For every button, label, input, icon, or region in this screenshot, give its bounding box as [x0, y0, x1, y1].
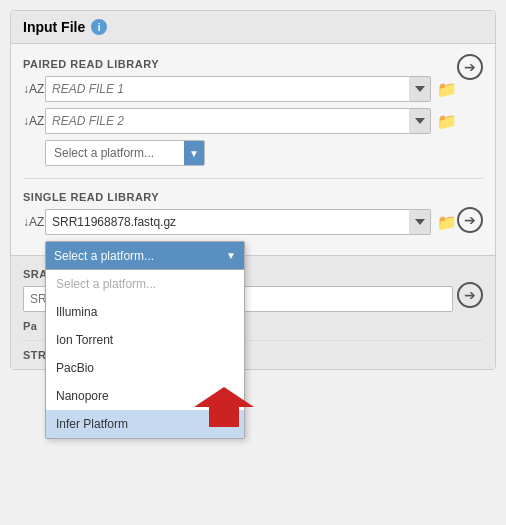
- read-file-1-dropdown-btn[interactable]: [409, 76, 431, 102]
- platform-option-illumina[interactable]: Illumina: [46, 298, 244, 326]
- read-file-2-input[interactable]: [45, 108, 409, 134]
- single-read-label: SINGLE READ LIBRARY: [23, 191, 457, 203]
- single-read-section: SINGLE READ LIBRARY ↓AZ 📁: [23, 187, 457, 241]
- chevron-down-icon-2: [415, 116, 425, 126]
- input-file-panel: Input File i PAIRED READ LIBRARY ↓AZ 📁: [10, 10, 496, 370]
- platform-dropdown-header[interactable]: Select a platform... ▼: [46, 242, 244, 270]
- platform-dropdown-header-text: Select a platform...: [54, 249, 222, 263]
- svg-marker-3: [194, 387, 254, 427]
- sort-icon-3: ↓AZ: [23, 215, 41, 229]
- paired-read-nav-icon[interactable]: ➔: [457, 54, 483, 80]
- platform-dropdown-header-arrow: ▼: [226, 250, 236, 261]
- sra-nav-icon[interactable]: ➔: [457, 282, 483, 308]
- panel-title: Input File: [23, 19, 85, 35]
- paired-read-label: PAIRED READ LIBRARY: [23, 58, 457, 70]
- read-file-2-input-wrap: [45, 108, 431, 134]
- paired-platform-dropdown-arrow: ▼: [184, 141, 204, 165]
- paired-platform-row: Select a platform... ▼: [45, 140, 457, 166]
- paired-platform-btn-label: Select a platform...: [54, 146, 180, 160]
- svg-marker-2: [415, 219, 425, 225]
- sort-icon-2: ↓AZ: [23, 114, 41, 128]
- single-read-dropdown-btn[interactable]: [409, 209, 431, 235]
- read-file-1-input[interactable]: [45, 76, 409, 102]
- chevron-down-icon-3: [415, 217, 425, 227]
- red-arrow-icon: [194, 387, 254, 427]
- read-file-1-row: ↓AZ 📁: [23, 76, 457, 102]
- read-file-2-row: ↓AZ 📁: [23, 108, 457, 134]
- folder-icon-1[interactable]: 📁: [437, 80, 457, 99]
- folder-icon-2[interactable]: 📁: [437, 112, 457, 131]
- divider-1: [23, 178, 483, 179]
- svg-marker-0: [415, 86, 425, 92]
- read-file-1-input-wrap: [45, 76, 431, 102]
- panel-header: Input File i: [11, 11, 495, 44]
- platform-option-infer[interactable]: Infer Platform: [46, 410, 244, 438]
- read-file-2-dropdown-btn[interactable]: [409, 108, 431, 134]
- paired-platform-btn[interactable]: Select a platform... ▼: [45, 140, 205, 166]
- platform-option-pacbio[interactable]: PacBio: [46, 354, 244, 382]
- platform-option-placeholder[interactable]: Select a platform...: [46, 270, 244, 298]
- single-read-input-wrap: [45, 209, 431, 235]
- svg-marker-1: [415, 118, 425, 124]
- chevron-down-icon: [415, 84, 425, 94]
- folder-icon-3[interactable]: 📁: [437, 213, 457, 232]
- panel-body: PAIRED READ LIBRARY ↓AZ 📁 ↓AZ: [11, 44, 495, 255]
- platform-dropdown-menu: Select a platform... ▼ Select a platform…: [45, 241, 245, 439]
- single-read-file-row: ↓AZ 📁: [23, 209, 457, 235]
- paired-read-section: PAIRED READ LIBRARY ↓AZ 📁 ↓AZ: [23, 54, 457, 170]
- single-read-input[interactable]: [45, 209, 409, 235]
- sort-icon-1: ↓AZ: [23, 82, 41, 96]
- info-icon[interactable]: i: [91, 19, 107, 35]
- arrow-indicator: [194, 387, 254, 430]
- single-read-nav-icon[interactable]: ➔: [457, 207, 483, 233]
- platform-option-ion-torrent[interactable]: Ion Torrent: [46, 326, 244, 354]
